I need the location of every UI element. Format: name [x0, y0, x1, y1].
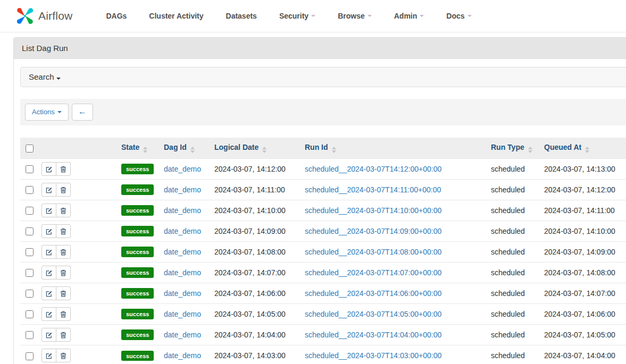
edit-icon [46, 187, 53, 193]
row-checkbox[interactable] [26, 186, 34, 194]
delete-record-button[interactable] [56, 162, 71, 176]
column-header-run-id[interactable]: Run Id [299, 138, 486, 159]
column-header-logical-date[interactable]: Logical Date [209, 138, 299, 159]
row-checkbox[interactable] [26, 248, 34, 256]
row-actions-cell [36, 200, 116, 221]
delete-record-button[interactable] [56, 204, 71, 217]
column-header-run-type[interactable]: Run Type [486, 138, 539, 159]
run-id-link[interactable]: scheduled__2024-03-07T14:10:00+00:00 [305, 206, 441, 215]
row-checkbox[interactable] [26, 290, 34, 298]
row-checkbox[interactable] [26, 310, 34, 318]
delete-record-button[interactable] [56, 286, 71, 300]
dag-id-link[interactable]: date_demo [164, 248, 201, 256]
column-header-dag-id[interactable]: Dag Id [158, 138, 209, 159]
row-checkbox[interactable] [26, 227, 34, 235]
column-header-state[interactable]: State [116, 138, 158, 159]
run-id-cell: scheduled__2024-03-07T14:11:00+00:00 [299, 180, 486, 200]
state-cell: success [116, 221, 158, 242]
trash-icon [60, 249, 66, 256]
dag-id-link[interactable]: date_demo [164, 289, 201, 298]
nav-item-cluster-activity[interactable]: Cluster Activity [138, 0, 214, 32]
nav-item-admin[interactable]: Admin [383, 0, 436, 32]
queued-at-cell: 2024-03-07, 14:12:00 [539, 180, 626, 200]
logical-date-cell: 2024-03-07, 14:07:00 [209, 263, 299, 283]
nav-item-label: Cluster Activity [149, 12, 203, 20]
table-row: success date_demo 2024-03-07, 14:11:00 s… [20, 180, 626, 200]
table-row: success date_demo 2024-03-07, 14:09:00 s… [20, 221, 626, 242]
state-badge: success [121, 205, 154, 215]
edit-record-button[interactable] [41, 349, 56, 362]
run-id-link[interactable]: scheduled__2024-03-07T14:05:00+00:00 [305, 310, 441, 318]
nav-item-browse[interactable]: Browse [327, 0, 383, 32]
row-checkbox[interactable] [26, 165, 34, 173]
edit-icon [46, 228, 53, 235]
run-id-cell: scheduled__2024-03-07T14:04:00+00:00 [299, 325, 486, 345]
airflow-logo[interactable]: Airflow [15, 6, 72, 26]
run-type-cell: scheduled [486, 304, 539, 325]
logical-date-cell: 2024-03-07, 14:06:00 [209, 283, 299, 304]
state-cell: success [116, 159, 158, 180]
delete-record-button[interactable] [56, 307, 71, 321]
row-select-cell [20, 263, 36, 283]
run-id-link[interactable]: scheduled__2024-03-07T14:09:00+00:00 [305, 227, 441, 235]
row-checkbox[interactable] [26, 269, 34, 277]
edit-record-button[interactable] [41, 204, 56, 217]
run-type-cell: scheduled [486, 159, 539, 180]
row-checkbox[interactable] [26, 352, 34, 360]
page-title: List Dag Run [14, 38, 626, 59]
dag-id-link[interactable]: date_demo [164, 351, 201, 360]
dag-id-link[interactable]: date_demo [164, 227, 201, 235]
dag-id-link[interactable]: date_demo [164, 268, 201, 277]
search-toggle[interactable]: Search [20, 67, 626, 87]
nav-item-dags[interactable]: DAGs [95, 0, 138, 32]
state-badge: success [121, 184, 154, 194]
edit-icon [46, 249, 53, 256]
delete-record-button[interactable] [56, 266, 71, 280]
delete-record-button[interactable] [56, 224, 71, 238]
run-id-link[interactable]: scheduled__2024-03-07T14:04:00+00:00 [305, 331, 441, 339]
dag-id-cell: date_demo [158, 159, 209, 180]
dag-id-link[interactable]: date_demo [164, 185, 201, 194]
edit-icon [46, 311, 53, 318]
dag-id-cell: date_demo [158, 263, 209, 283]
row-checkbox[interactable] [26, 331, 34, 339]
delete-record-button[interactable] [56, 245, 71, 259]
dag-id-link[interactable]: date_demo [164, 331, 201, 339]
row-actions-cell [36, 304, 116, 325]
run-id-link[interactable]: scheduled__2024-03-07T14:06:00+00:00 [305, 289, 441, 298]
nav-item-security[interactable]: Security [268, 0, 327, 32]
run-id-link[interactable]: scheduled__2024-03-07T14:08:00+00:00 [305, 248, 441, 256]
table-row: success date_demo 2024-03-07, 14:04:00 s… [20, 325, 626, 345]
edit-record-button[interactable] [41, 245, 56, 259]
edit-record-button[interactable] [41, 328, 56, 342]
column-header-queued-at[interactable]: Queued At [539, 138, 626, 159]
run-id-link[interactable]: scheduled__2024-03-07T14:11:00+00:00 [305, 185, 441, 194]
run-id-link[interactable]: scheduled__2024-03-07T14:07:00+00:00 [305, 268, 441, 277]
select-all-checkbox[interactable] [26, 145, 34, 153]
edit-record-button[interactable] [41, 224, 56, 238]
dag-id-link[interactable]: date_demo [164, 165, 201, 173]
actions-dropdown-button[interactable]: Actions [25, 104, 69, 121]
dag-id-cell: date_demo [158, 283, 209, 304]
edit-record-button[interactable] [41, 286, 56, 300]
dag-id-link[interactable]: date_demo [164, 310, 201, 318]
delete-record-button[interactable] [56, 328, 71, 342]
back-button[interactable]: ← [72, 104, 93, 120]
nav-item-docs[interactable]: Docs [435, 0, 482, 32]
run-id-link[interactable]: scheduled__2024-03-07T14:03:00+00:00 [305, 351, 441, 360]
row-checkbox[interactable] [26, 207, 34, 215]
dag-id-link[interactable]: date_demo [164, 206, 201, 215]
state-cell: success [116, 200, 158, 221]
edit-icon [46, 166, 53, 173]
edit-record-button[interactable] [41, 307, 56, 321]
edit-record-button[interactable] [41, 266, 56, 280]
row-actions-group [41, 204, 71, 217]
delete-record-button[interactable] [56, 349, 71, 362]
delete-record-button[interactable] [56, 183, 71, 197]
edit-record-button[interactable] [41, 183, 56, 197]
nav-item-label: Datasets [226, 12, 257, 20]
edit-record-button[interactable] [41, 162, 56, 176]
nav-item-datasets[interactable]: Datasets [215, 0, 268, 32]
row-select-cell [20, 200, 36, 221]
run-id-link[interactable]: scheduled__2024-03-07T14:12:00+00:00 [305, 165, 441, 173]
